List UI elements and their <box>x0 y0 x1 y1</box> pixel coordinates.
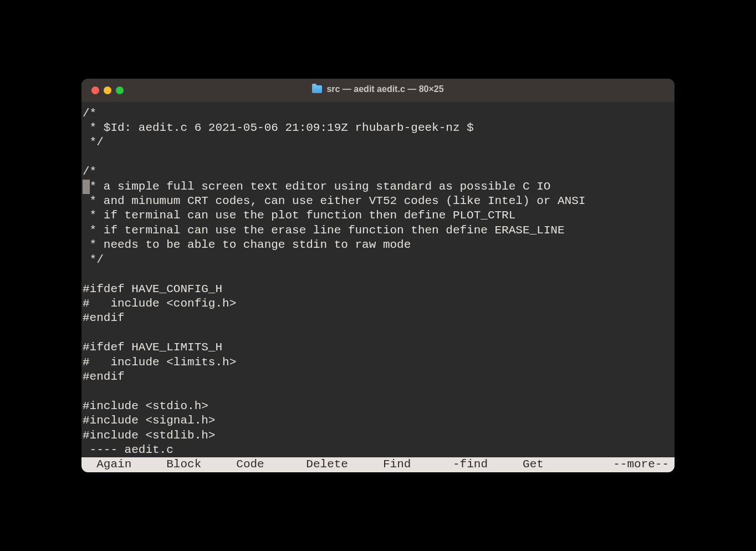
editor-line: #endif <box>81 311 675 325</box>
minimize-button[interactable] <box>104 86 111 94</box>
menu-item-code[interactable]: Code <box>236 458 264 471</box>
editor-line <box>81 384 675 399</box>
editor-line: #include <stdio.h> <box>81 399 675 414</box>
menu-item-delete[interactable]: Delete <box>306 458 348 471</box>
editor-lines: /* * $Id: aedit.c 6 2021-05-06 21:09:19Z… <box>81 106 675 443</box>
editor-line: * needs to be able to change stdin to ra… <box>81 238 675 252</box>
editor-line <box>81 150 675 165</box>
editor-line: #ifdef HAVE_CONFIG_H <box>81 282 675 297</box>
window-title: src — aedit aedit.c — 80×25 <box>326 84 443 94</box>
menu-bar: Again Block Code Delete Find -find Get -… <box>81 457 675 472</box>
editor-line: #include <signal.h> <box>81 414 675 428</box>
menu-item-find[interactable]: Find <box>383 458 411 471</box>
editor-line <box>81 326 675 340</box>
menu-item-get[interactable]: Get <box>523 458 544 471</box>
status-line: ---- aedit.c <box>81 443 675 457</box>
editor-line: * a simple full screen text editor using… <box>81 180 675 194</box>
menu-item-find[interactable]: -find <box>453 458 488 471</box>
close-button[interactable] <box>91 86 99 94</box>
editor-line: */ <box>81 253 675 267</box>
editor-line: #endif <box>81 370 675 384</box>
editor-line: * and minumum CRT codes, can use either … <box>81 194 675 208</box>
editor-line: /* <box>81 106 675 121</box>
menu-item-again[interactable]: Again <box>96 458 131 471</box>
folder-icon <box>312 85 322 93</box>
titlebar: src — aedit aedit.c — 80×25 <box>81 79 675 102</box>
maximize-button[interactable] <box>116 86 124 94</box>
editor-line: * if terminal can use the plot function … <box>81 208 675 223</box>
editor-line: * $Id: aedit.c 6 2021-05-06 21:09:19Z rh… <box>81 121 675 135</box>
terminal-window: src — aedit aedit.c — 80×25 /* * $Id: ae… <box>81 79 675 473</box>
editor-line: #include <stdlib.h> <box>81 428 675 443</box>
editor-line: * if terminal can use the erase line fun… <box>81 223 675 238</box>
editor-line: # include <limits.h> <box>81 355 675 370</box>
editor-line: # include <config.h> <box>81 297 675 311</box>
menu-item-block[interactable]: Block <box>166 458 201 471</box>
editor-line: */ <box>81 135 675 150</box>
menu-more[interactable]: --more-- <box>613 457 675 472</box>
traffic-lights <box>91 86 124 94</box>
editor-line: /* <box>81 165 675 179</box>
editor-line: #ifdef HAVE_LIMITS_H <box>81 340 675 355</box>
editor-line <box>81 267 675 282</box>
terminal-body[interactable]: /* * $Id: aedit.c 6 2021-05-06 21:09:19Z… <box>81 102 675 473</box>
